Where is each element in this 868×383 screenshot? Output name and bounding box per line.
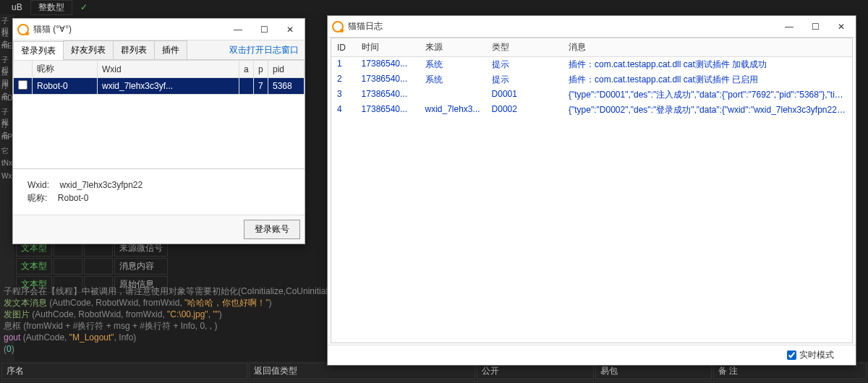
maximize-button[interactable]: ☐: [805, 19, 825, 35]
login-grid[interactable]: 昵称Wxidappid Robot-0wxid_7lehx3c3yf...753…: [13, 60, 305, 168]
app-icon: [17, 24, 29, 35]
robot-tabs: 登录列表 好友列表 群列表 插件 双击打开日志窗口: [13, 40, 305, 60]
open-log-hint[interactable]: 双击打开日志窗口: [224, 41, 305, 59]
grid-header[interactable]: Wxid: [98, 61, 239, 78]
log-header[interactable]: ID: [331, 38, 356, 57]
tab-plugins[interactable]: 插件: [154, 40, 187, 59]
realtime-checkbox[interactable]: [787, 350, 796, 360]
robot-window: 猫猫 (°∀°) — ☐ ✕ 登录列表 好友列表 群列表 插件 双击打开日志窗口…: [12, 18, 305, 244]
detail-wxid-value: wxid_7lehx3c3yfpn22: [59, 180, 142, 190]
log-table[interactable]: ID时间来源类型消息 117386540...系统提示插件：com.cat.te…: [331, 38, 853, 343]
log-header[interactable]: 时间: [356, 38, 420, 57]
detail-nick-value: Robot-0: [58, 193, 89, 203]
log-row[interactable]: 417386540...wxid_7lehx3...D0002{"type":"…: [331, 103, 852, 118]
log-titlebar[interactable]: 猫猫日志 — ☐ ✕: [328, 16, 856, 38]
robot-title: 猫猫 (°∀°): [33, 23, 228, 35]
log-row[interactable]: 117386540...系统提示插件：com.cat.testapp.cat.d…: [331, 57, 852, 73]
bg-code-block: 子程序会在【线程】中被调用，请注意使用对象等需要初始化(CoInitialize…: [4, 285, 322, 355]
grid-header[interactable]: pid: [268, 61, 305, 78]
grid-header[interactable]: [14, 61, 33, 78]
table-row[interactable]: Robot-0wxid_7lehx3c3yf...75368: [14, 78, 305, 95]
minimize-button[interactable]: —: [228, 22, 248, 38]
minimize-button[interactable]: —: [779, 19, 799, 35]
tab-login-list[interactable]: 登录列表: [13, 41, 64, 60]
grid-header[interactable]: 昵称: [33, 61, 98, 78]
detail-panel: Wxid: wxid_7lehx3c3yfpn22 昵称: Robot-0: [13, 168, 305, 215]
detail-nick-label: 昵称:: [27, 193, 47, 203]
bg-type-cell: 整数型: [30, 0, 72, 15]
tab-friend-list[interactable]: 好友列表: [63, 40, 114, 59]
close-button[interactable]: ✕: [280, 22, 300, 38]
log-title: 猫猫日志: [348, 20, 779, 33]
realtime-label: 实时模式: [799, 349, 834, 361]
log-header[interactable]: 类型: [486, 38, 563, 57]
maximize-button[interactable]: ☐: [254, 22, 274, 38]
detail-wxid-label: Wxid:: [27, 180, 49, 190]
close-button[interactable]: ✕: [831, 19, 851, 35]
row-checkbox[interactable]: [18, 80, 27, 90]
log-row[interactable]: 217386540...系统提示插件：com.cat.testapp.cat.d…: [331, 72, 852, 87]
grid-header[interactable]: p: [254, 61, 268, 78]
login-button[interactable]: 登录账号: [244, 220, 300, 239]
bg-check: ✓: [75, 1, 93, 14]
realtime-mode-toggle[interactable]: 实时模式: [787, 349, 834, 361]
log-row[interactable]: 317386540...D0001{"type":"D0001","des":"…: [331, 87, 852, 103]
log-window: 猫猫日志 — ☐ ✕ ID时间来源类型消息 117386540...系统提示插件…: [327, 15, 856, 366]
app-icon: [332, 21, 344, 33]
tab-group-list[interactable]: 群列表: [113, 40, 155, 59]
log-header[interactable]: 消息: [563, 38, 852, 57]
grid-header[interactable]: a: [239, 61, 254, 78]
robot-titlebar[interactable]: 猫猫 (°∀°) — ☐ ✕: [13, 19, 305, 40]
log-header[interactable]: 来源: [420, 38, 486, 57]
